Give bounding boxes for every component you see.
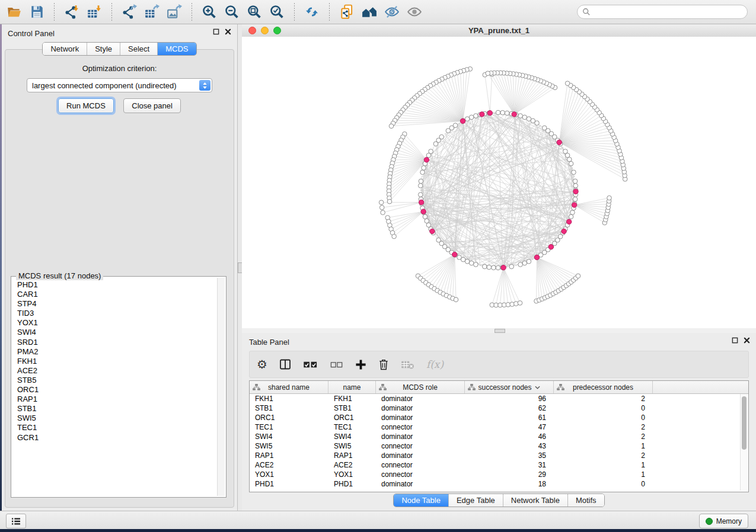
network-graph[interactable] xyxy=(242,37,756,328)
column-header-name[interactable]: name xyxy=(328,381,376,393)
mcds-result-item[interactable]: SWI5 xyxy=(13,414,216,423)
mcds-result-item[interactable]: ORC1 xyxy=(13,385,216,395)
mcds-result-item[interactable]: YOX1 xyxy=(13,318,216,328)
table-row[interactable]: SWI4SWI4dominator462 xyxy=(250,432,748,441)
first-neighbors-button[interactable] xyxy=(358,2,381,22)
mcds-result-item[interactable]: PMA2 xyxy=(13,347,216,357)
save-session-button[interactable] xyxy=(25,2,48,22)
mcds-result-item[interactable]: GCR1 xyxy=(13,433,216,443)
select-all-button[interactable] xyxy=(303,357,318,372)
toolbar-separator xyxy=(111,3,112,21)
mcds-result-item[interactable]: SRD1 xyxy=(13,338,216,347)
tab-network[interactable]: Network xyxy=(43,43,87,55)
mcds-list-scrollbar[interactable] xyxy=(217,278,225,496)
task-history-button[interactable] xyxy=(6,514,26,528)
delete-table-button xyxy=(401,357,414,372)
table-row[interactable]: STB1STB1dominator620 xyxy=(250,403,748,413)
export-table-button[interactable] xyxy=(141,2,163,22)
table-row[interactable]: TEC1TEC1connector472 xyxy=(250,422,748,432)
cell-successor-nodes: 35 xyxy=(465,451,554,460)
run-mcds-button[interactable]: Run MCDS xyxy=(58,98,114,113)
refresh-button[interactable] xyxy=(301,2,323,22)
zoom-fit-button[interactable] xyxy=(243,2,266,22)
table-row[interactable]: ACE2ACE2connector311 xyxy=(250,460,748,470)
export-network-button[interactable] xyxy=(118,2,141,22)
tab-group: NetworkStyleSelectMCDS xyxy=(42,42,196,56)
table-row[interactable]: ORC1ORC1dominator610 xyxy=(250,413,748,422)
table-tab-group: Node TableEdge TableNetwork TableMotifs xyxy=(393,493,604,507)
table-row[interactable]: FKH1FKH1dominator962 xyxy=(250,394,748,403)
float-panel-icon[interactable] xyxy=(213,28,219,35)
mcds-result-item[interactable]: FKH1 xyxy=(13,357,216,366)
mcds-result-item[interactable]: CAR1 xyxy=(13,290,216,299)
show-all-button[interactable] xyxy=(403,2,426,22)
mcds-result-item[interactable]: SWI4 xyxy=(13,328,216,337)
close-table-panel-icon[interactable] xyxy=(744,337,750,344)
mcds-result-item[interactable]: STB5 xyxy=(13,376,216,385)
unselect-all-button[interactable] xyxy=(330,357,343,372)
cell-predecessor-nodes: 0 xyxy=(554,480,653,488)
clone-network-button[interactable] xyxy=(336,2,358,22)
column-header-MCDS-role[interactable]: MCDS role xyxy=(376,381,465,393)
float-table-panel-icon[interactable] xyxy=(732,337,738,344)
table-tab-motifs[interactable]: Motifs xyxy=(568,494,604,507)
import-network-button[interactable] xyxy=(60,2,83,22)
tab-select[interactable]: Select xyxy=(120,43,158,55)
cell-shared-name: SWI4 xyxy=(250,432,328,441)
criterion-select[interactable]: largest connected component (undirected) xyxy=(27,78,212,92)
mcds-result-item[interactable]: ACE2 xyxy=(13,366,216,376)
mcds-result-item[interactable]: STP4 xyxy=(13,299,216,309)
table-row[interactable]: YOX1YOX1connector291 xyxy=(250,470,748,479)
select-stepper xyxy=(199,80,210,91)
cell-predecessor-nodes: 1 xyxy=(554,442,653,450)
mcds-result-list[interactable]: PHD1CAR1STP4TID3YOX1SWI4SRD1PMA2FKH1ACE2… xyxy=(13,280,216,495)
mcds-result-item[interactable]: PHD1 xyxy=(13,280,216,290)
table-tab-network-table[interactable]: Network Table xyxy=(503,494,568,507)
zoom-in-button[interactable] xyxy=(198,2,221,22)
delete-column-button[interactable] xyxy=(378,357,389,372)
table-panel-title: Table Panel xyxy=(249,338,289,347)
search-input[interactable] xyxy=(591,7,747,17)
show-columns-button[interactable] xyxy=(279,357,291,372)
hide-selected-button[interactable] xyxy=(381,2,403,22)
import-network-icon xyxy=(64,4,79,20)
add-column-button[interactable] xyxy=(355,357,366,372)
open-file-button[interactable] xyxy=(3,2,25,22)
tab-style[interactable]: Style xyxy=(87,43,120,55)
table-scrollbar-thumb[interactable] xyxy=(742,396,747,450)
tab-mcds[interactable]: MCDS xyxy=(158,43,196,55)
show-columns-icon xyxy=(279,358,291,370)
list-icon xyxy=(11,517,21,525)
column-header-successor-nodes[interactable]: successor nodes xyxy=(465,381,554,393)
mcds-result-item[interactable]: TEC1 xyxy=(13,423,216,432)
memory-button[interactable]: Memory xyxy=(699,514,748,528)
network-canvas[interactable] xyxy=(242,37,756,328)
export-image-button[interactable] xyxy=(163,2,186,22)
mcds-result-item[interactable]: STB1 xyxy=(13,404,216,414)
table-tab-edge-table[interactable]: Edge Table xyxy=(449,494,503,507)
cell-name: STB1 xyxy=(328,404,376,412)
cell-successor-nodes: 47 xyxy=(465,423,554,431)
cell-MCDS-role: dominator xyxy=(376,480,465,488)
table-tab-node-table[interactable]: Node Table xyxy=(394,494,449,507)
table-settings-button[interactable]: ⚙ xyxy=(257,357,267,372)
import-table-button[interactable] xyxy=(83,2,106,22)
mcds-result-item[interactable]: RAP1 xyxy=(13,395,216,404)
horizontal-splitter-handle[interactable] xyxy=(495,329,505,333)
close-panel-button[interactable]: Close panel xyxy=(123,98,181,113)
table-row[interactable]: PHD1PHD1dominator180 xyxy=(250,479,748,489)
zoom-out-button[interactable] xyxy=(221,2,243,22)
table-scrollbar[interactable] xyxy=(740,394,748,491)
table-row[interactable]: RAP1RAP1dominator352 xyxy=(250,451,748,460)
zoom-selected-button[interactable] xyxy=(266,2,288,22)
save-session-icon xyxy=(29,4,44,20)
horizontal-splitter[interactable] xyxy=(242,328,756,333)
cell-MCDS-role: dominator xyxy=(376,395,465,403)
cell-MCDS-role: dominator xyxy=(376,432,465,441)
cell-MCDS-role: dominator xyxy=(376,414,465,422)
close-panel-icon[interactable] xyxy=(225,28,231,35)
table-row[interactable]: SWI5SWI5connector431 xyxy=(250,441,748,451)
mcds-result-item[interactable]: TID3 xyxy=(13,309,216,318)
column-header-shared-name[interactable]: shared name xyxy=(250,381,328,393)
column-header-predecessor-nodes[interactable]: predecessor nodes xyxy=(554,381,653,393)
